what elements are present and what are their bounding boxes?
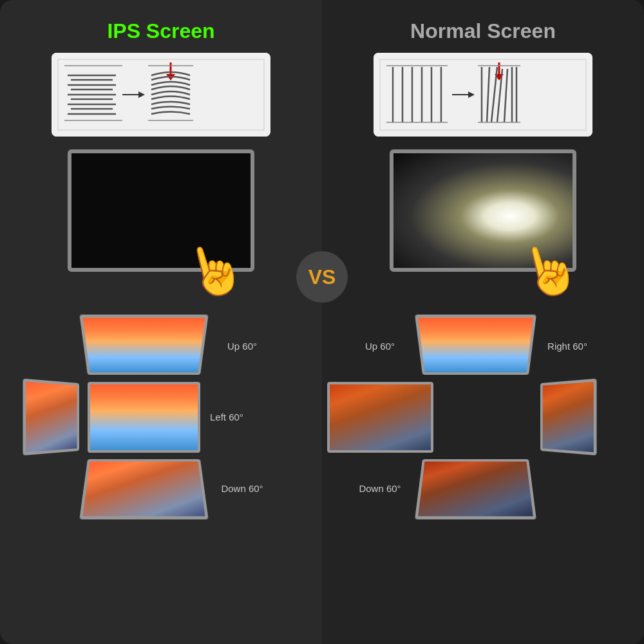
ips-molecule-diagram: [52, 53, 270, 137]
ips-center-screen: [88, 382, 200, 453]
ips-down-label: Down 60°: [221, 483, 263, 494]
ips-hand-icon: ☝: [179, 239, 250, 301]
ips-left-label: Left 60°: [207, 412, 278, 422]
normal-right-label: Right 60°: [547, 341, 587, 352]
ips-up-screen: [79, 315, 208, 375]
vs-text: VS: [308, 265, 336, 289]
normal-molecule-diagram: [374, 53, 592, 137]
normal-down-label: Down 60°: [359, 483, 401, 494]
vs-badge: VS: [296, 251, 348, 303]
normal-title: Normal Screen: [410, 19, 556, 43]
normal-up-left-label: Up 60°: [365, 341, 395, 352]
ips-title: IPS Screen: [107, 19, 214, 43]
ips-monitor-section: ☝: [52, 149, 270, 298]
normal-center-screen: [327, 382, 433, 453]
normal-angle-section: Up 60° Right 60° Down 60°: [345, 314, 621, 520]
ips-down-screen: [79, 459, 208, 519]
normal-monitor-section: ☝: [374, 149, 592, 298]
ips-angle-section: Up 60° Left 60° Down 60°: [23, 314, 299, 520]
normal-hand-icon: ☝: [514, 239, 585, 301]
left-panel: IPS Screen: [0, 0, 322, 644]
ips-up-label: Up 60°: [227, 341, 257, 352]
normal-up-screen: [415, 315, 536, 375]
normal-right-screen: [540, 379, 597, 455]
right-panel: Normal Screen: [322, 0, 644, 644]
main-container: IPS Screen: [0, 0, 644, 644]
ips-left-screen: [23, 379, 79, 455]
normal-down-screen: [415, 459, 536, 519]
